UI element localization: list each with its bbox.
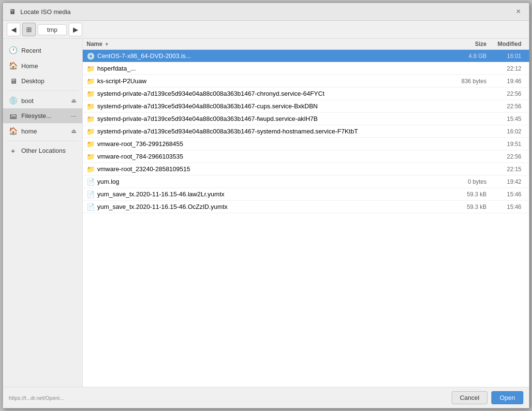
folder-icon: 📁: [87, 140, 96, 148]
file-name: systemd-private-a7d139ce5d934e04a88c008a…: [96, 103, 438, 110]
sidebar-item-label: boot: [21, 97, 33, 104]
file-name: yum_save_tx.2020-11-16.15-46.OcZzID.yumt…: [96, 203, 438, 210]
file-size: 836 bytes: [438, 78, 487, 85]
folder-icon: 📁: [87, 153, 96, 161]
file-name: vmware-root_784-2966103535: [96, 153, 438, 160]
file-name: systemd-private-a7d139ce5d934e04a88c008a…: [96, 128, 438, 135]
file-modified: 19:42: [487, 178, 525, 185]
table-row[interactable]: 📄 yum_save_tx.2020-11-16.15-46.OcZzID.yu…: [83, 201, 529, 213]
sidebar-item-label: Desktop: [21, 77, 44, 85]
text-icon: 📄: [87, 178, 96, 186]
sidebar-item-home2[interactable]: 🏠 home ⏏: [3, 123, 82, 139]
file-list-header: Name ▼ Size Modified: [83, 39, 529, 50]
col-modified-header[interactable]: Modified: [487, 41, 525, 47]
bottom-bar: https://t...dr.net/Openi... Cancel Open: [3, 387, 529, 408]
table-row[interactable]: 📁 vmware-root_23240-2858109515 22:15: [83, 163, 529, 176]
name-col-label: Name: [87, 41, 103, 47]
iso-icon: 💿: [87, 52, 96, 60]
open-button[interactable]: Open: [491, 391, 523, 404]
filesystem-icon: 🖴: [9, 112, 17, 120]
file-name: yum_save_tx.2020-11-16.15-46.law2Lr.yumt…: [96, 191, 438, 198]
file-modified: 22:56: [487, 153, 525, 160]
table-row[interactable]: 📄 yum_save_tx.2020-11-16.15-46.law2Lr.yu…: [83, 188, 529, 201]
folder-icon: 📁: [87, 77, 96, 85]
file-size: 59.3 kB: [438, 204, 487, 210]
sidebar-item-recent[interactable]: 🕐 Recent: [3, 43, 82, 58]
col-name-header[interactable]: Name ▼: [87, 41, 438, 47]
home2-eject[interactable]: ⏏: [71, 128, 76, 134]
other-icon: +: [9, 147, 17, 155]
sidebar-item-label: Filesyste...: [21, 112, 51, 119]
sort-arrow: ▼: [104, 42, 109, 47]
file-modified: 22:56: [487, 103, 525, 110]
filesystem-eject[interactable]: —: [71, 113, 76, 119]
table-row[interactable]: 📁 vmware-root_736-2991268455 19:51: [83, 138, 529, 150]
back-button[interactable]: ◀: [7, 23, 20, 36]
sidebar-divider: [7, 90, 78, 91]
sidebar: 🕐 Recent 🏠 Home 🖥 Desktop 💿 boot ⏏ 🖴 Fil…: [3, 39, 83, 387]
file-modified: 15:46: [487, 204, 525, 210]
recent-icon: 🕐: [9, 46, 17, 55]
file-name: systemd-private-a7d139ce5d934e04a88c008a…: [96, 115, 438, 122]
file-modified: 22:12: [487, 65, 525, 72]
file-modified: 16:01: [487, 53, 525, 59]
file-name: vmware-root_23240-2858109515: [96, 165, 438, 173]
toolbar: ◀ ⊞ tmp ▶: [3, 21, 529, 39]
sidebar-item-home[interactable]: 🏠 Home: [3, 58, 82, 73]
close-button[interactable]: ×: [514, 7, 523, 16]
folder-icon: 📁: [87, 115, 96, 123]
table-row[interactable]: 📁 systemd-private-a7d139ce5d934e04a88c00…: [83, 113, 529, 125]
file-size: 59.3 kB: [438, 191, 487, 198]
file-name: hsperfdata_...: [96, 65, 438, 72]
table-row[interactable]: 📁 ks-script-P2Uuaw 836 bytes 19:46: [83, 75, 529, 88]
title-bar: 🖥 Locate ISO media ×: [3, 3, 529, 21]
window-title: Locate ISO media: [20, 8, 71, 15]
text-icon: 📄: [87, 191, 96, 198]
file-size: 0 bytes: [438, 178, 487, 185]
file-list: 💿 CentOS-7-x86_64-DVD-2003.is... 4.8 GB …: [83, 50, 529, 387]
table-row[interactable]: 📁 systemd-private-a7d139ce5d934e04a88c00…: [83, 88, 529, 100]
file-name: vmware-root_736-2991268455: [96, 140, 438, 147]
window-icon: 🖥: [9, 8, 16, 15]
file-modified: 19:51: [487, 141, 525, 147]
folder-icon: 📁: [87, 103, 96, 110]
file-name: ks-script-P2Uuaw: [96, 77, 438, 85]
cancel-button[interactable]: Cancel: [452, 391, 488, 404]
location-label: tmp: [38, 24, 67, 35]
sidebar-item-filesystem[interactable]: 🖴 Filesyste... —: [3, 108, 82, 123]
sidebar-item-boot[interactable]: 💿 boot ⏏: [3, 93, 82, 108]
table-row[interactable]: 📄 yum.log 0 bytes 19:42: [83, 176, 529, 188]
col-size-header[interactable]: Size: [438, 41, 487, 47]
sidebar-item-label: Recent: [21, 47, 41, 54]
home-icon: 🏠: [9, 61, 17, 70]
sidebar-item-desktop[interactable]: 🖥 Desktop: [3, 73, 82, 88]
sidebar-item-other[interactable]: + Other Locations: [3, 143, 82, 158]
folder-icon: 📁: [87, 65, 96, 73]
url-hint: https://t...dr.net/Openi...: [9, 395, 448, 401]
dialog: 🖥 Locate ISO media × ◀ ⊞ tmp ▶ 🕐 Recent …: [2, 2, 530, 409]
boot-eject[interactable]: ⏏: [71, 97, 76, 104]
forward-button[interactable]: ▶: [69, 23, 82, 36]
folder-icon: 📁: [87, 90, 96, 98]
file-size: 4.8 GB: [438, 53, 487, 59]
sidebar-divider-2: [7, 141, 78, 141]
sidebar-item-label: Home: [21, 62, 38, 70]
table-row[interactable]: 📁 systemd-private-a7d139ce5d934e04a88c00…: [83, 100, 529, 113]
file-modified: 19:46: [487, 78, 525, 85]
sidebar-item-label: Other Locations: [21, 147, 66, 154]
table-row[interactable]: 💿 CentOS-7-x86_64-DVD-2003.is... 4.8 GB …: [83, 50, 529, 62]
folder-icon: 📁: [87, 128, 96, 135]
table-row[interactable]: 📁 systemd-private-a7d139ce5d934e04a88c00…: [83, 125, 529, 138]
home2-icon: 🏠: [9, 127, 17, 135]
file-modified: 16:02: [487, 128, 525, 135]
file-name: CentOS-7-x86_64-DVD-2003.is...: [96, 52, 438, 59]
content-area: 🕐 Recent 🏠 Home 🖥 Desktop 💿 boot ⏏ 🖴 Fil…: [3, 39, 529, 387]
text-icon: 📄: [87, 203, 96, 211]
main-pane: Name ▼ Size Modified 💿 CentOS-7-x86_64-D…: [83, 39, 529, 387]
table-row[interactable]: 📁 vmware-root_784-2966103535 22:56: [83, 150, 529, 163]
sidebar-item-label: home: [21, 128, 37, 135]
toggle-button[interactable]: ⊞: [22, 23, 36, 36]
folder-icon: 📁: [87, 165, 96, 173]
desktop-icon: 🖥: [9, 77, 17, 85]
table-row[interactable]: 📁 hsperfdata_... 22:12: [83, 62, 529, 75]
